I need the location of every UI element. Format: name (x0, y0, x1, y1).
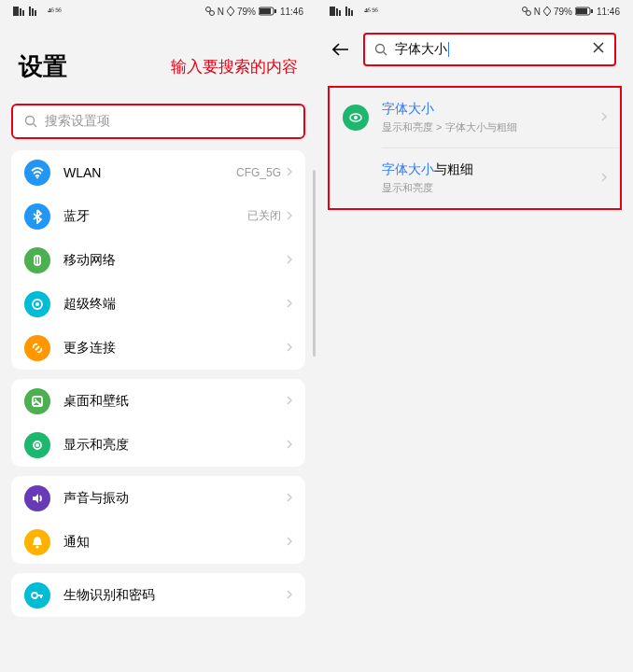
settings-row[interactable]: 桌面和壁纸 (11, 379, 305, 423)
annotation-text: 输入要搜索的内容 (171, 56, 298, 77)
search-input[interactable]: 搜索设置项 (11, 104, 305, 139)
svg-rect-31 (576, 8, 587, 14)
scrollbar[interactable] (313, 170, 316, 357)
settings-row[interactable]: 移动网络 (11, 238, 305, 282)
row-label: 生物识别和密码 (63, 587, 287, 604)
bt-icon (24, 203, 50, 230)
row-label: 蓝牙 (63, 208, 247, 225)
search-result[interactable]: 字体大小显示和亮度 > 字体大小与粗细 (330, 88, 620, 147)
svg-point-6 (205, 7, 210, 12)
svg-point-28 (522, 7, 527, 12)
svg-rect-22 (330, 7, 335, 16)
chevron-right-icon (287, 342, 292, 355)
search-results: 字体大小显示和亮度 > 字体大小与粗细字体大小与粗细显示和亮度 (328, 86, 622, 210)
svg-rect-26 (348, 8, 350, 16)
chevron-right-icon (287, 536, 292, 549)
search-header: 字体大小 (316, 26, 633, 73)
svg-point-15 (35, 302, 39, 306)
mobile-icon (24, 247, 50, 273)
settings-row[interactable]: 更多连接 (11, 326, 305, 370)
chevron-right-icon (601, 111, 607, 124)
display-icon (24, 432, 50, 458)
chevron-right-icon (287, 254, 292, 267)
eye-icon (343, 165, 369, 191)
row-label: 桌面和壁纸 (63, 393, 287, 410)
search-icon (374, 43, 387, 56)
settings-row[interactable]: 生物识别和密码 (11, 573, 305, 617)
svg-rect-9 (260, 8, 271, 14)
row-label: 显示和亮度 (63, 437, 287, 454)
svg-rect-0 (13, 7, 19, 16)
svg-rect-24 (339, 10, 341, 16)
svg-rect-32 (591, 9, 593, 13)
sound-icon (24, 485, 50, 511)
row-label: 通知 (63, 534, 287, 551)
back-button[interactable] (326, 39, 356, 61)
search-results-screen: ⁴⁶ ⁵⁶ N 79% 11:46 字体大小 字体大小显示和亮度 > 字体大小与… (316, 0, 633, 672)
settings-row[interactable]: 显示和亮度 (11, 423, 305, 467)
eye-icon (343, 105, 369, 131)
result-text: 字体大小显示和亮度 > 字体大小与粗细 (382, 101, 601, 134)
text-cursor (448, 42, 449, 57)
svg-point-21 (32, 593, 37, 598)
svg-point-29 (526, 11, 530, 16)
status-bar: ⁴⁶ ⁵⁶ N 79% 11:46 (316, 0, 633, 22)
chevron-right-icon (287, 395, 292, 408)
chevron-right-icon (287, 492, 292, 505)
chevron-right-icon (287, 166, 292, 179)
svg-rect-3 (29, 7, 31, 16)
wifi-icon (24, 160, 50, 186)
svg-rect-27 (351, 10, 353, 16)
search-placeholder: 搜索设置项 (45, 113, 110, 130)
header: 设置 输入要搜索的内容 (0, 22, 316, 98)
row-label: 更多连接 (63, 340, 287, 357)
svg-rect-10 (274, 9, 276, 13)
svg-point-7 (209, 11, 214, 16)
svg-point-13 (36, 176, 38, 178)
clear-button[interactable] (592, 41, 605, 58)
chevron-right-icon (287, 298, 292, 311)
settings-group: 生物识别和密码 (11, 573, 305, 617)
settings-row[interactable]: 通知 (11, 520, 305, 564)
status-bar: ⁴⁶ ⁵⁶ N 79% 11:46 (0, 0, 316, 22)
settings-group: WLANCFG_5G蓝牙已关闭移动网络超级终端更多连接 (11, 150, 305, 370)
row-label: WLAN (63, 165, 236, 180)
link-icon (24, 335, 50, 361)
svg-point-33 (376, 45, 385, 53)
settings-row[interactable]: WLANCFG_5G (11, 150, 305, 194)
settings-row[interactable]: 超级终端 (11, 282, 305, 326)
row-value: CFG_5G (236, 166, 281, 179)
svg-rect-25 (345, 7, 347, 16)
settings-group: 桌面和壁纸显示和亮度 (11, 379, 305, 467)
wallpaper-icon (24, 388, 50, 414)
svg-rect-4 (32, 8, 34, 16)
svg-point-11 (26, 117, 35, 125)
search-icon (24, 115, 37, 128)
settings-group: 声音与振动通知 (11, 476, 305, 564)
row-label: 超级终端 (63, 296, 287, 313)
bell-icon (24, 529, 50, 555)
chevron-right-icon (287, 589, 292, 602)
row-label: 声音与振动 (63, 490, 287, 507)
svg-rect-23 (336, 8, 338, 16)
search-input[interactable]: 字体大小 (363, 33, 616, 66)
key-icon (24, 582, 50, 609)
svg-rect-5 (35, 10, 36, 16)
svg-line-34 (384, 52, 387, 56)
row-value: 已关闭 (247, 208, 281, 224)
settings-row[interactable]: 声音与振动 (11, 476, 305, 520)
svg-line-12 (34, 124, 37, 128)
result-text: 字体大小与粗细显示和亮度 (382, 161, 601, 195)
settings-row[interactable]: 蓝牙已关闭 (11, 194, 305, 238)
super-icon (24, 291, 50, 317)
svg-rect-2 (22, 10, 24, 16)
chevron-right-icon (287, 439, 292, 452)
search-result[interactable]: 字体大小与粗细显示和亮度 (330, 148, 620, 208)
svg-rect-1 (20, 8, 21, 16)
row-label: 移动网络 (63, 252, 287, 269)
svg-point-20 (36, 545, 39, 548)
svg-point-19 (35, 443, 39, 447)
chevron-right-icon (601, 172, 607, 185)
search-value: 字体大小 (395, 41, 592, 58)
svg-point-38 (354, 116, 358, 119)
